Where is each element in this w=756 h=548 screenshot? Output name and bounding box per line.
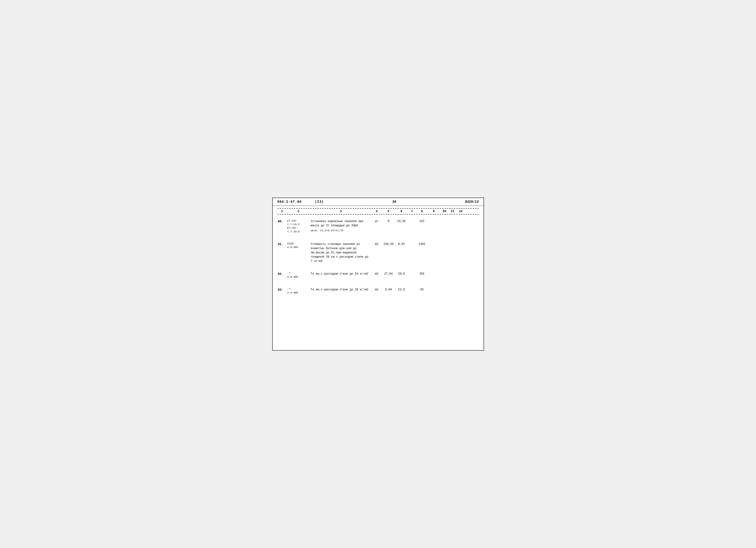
row-code-82: -"- п.8-366 xyxy=(287,272,310,279)
row-col6-81: 9,9I xyxy=(395,242,408,246)
col-header-1: 1 xyxy=(277,209,287,213)
header-center: 29 xyxy=(392,200,396,204)
row-unit-82: м2 xyxy=(372,272,382,276)
row-desc-80: Установка карнизных панелей при массе до… xyxy=(310,219,372,233)
column-headers: 1 2 3 4 5 6 7 8 9 IO II I2 xyxy=(277,208,479,214)
row-col5-82: 27,84 xyxy=(382,272,395,276)
row-code-83: -"- п.8-368 xyxy=(287,288,310,295)
data-rows: 80. E7-247 т.7-I4-I E7-257 т.7-I4-6 Уста… xyxy=(277,217,479,297)
row-col8-81: I39I xyxy=(416,242,428,246)
document-page: 904-I-67.86 (I3) 29 9329/13 1 2 3 4 5 6 … xyxy=(272,197,484,351)
table-row: 83. -"- п.8-368 То же,с расходом стали д… xyxy=(277,286,479,297)
row-col8-83: 65 xyxy=(416,288,428,292)
row-col5-80: 9 xyxy=(382,219,395,223)
row-col6-83: I2,9 xyxy=(395,288,408,292)
col-header-12: I2 xyxy=(456,209,466,213)
col-header-3: 3 xyxy=(310,209,372,213)
col-header-6: 6 xyxy=(395,209,408,213)
page-content: 1 2 3 4 5 6 7 8 9 IO II I2 80. E7-247 т.… xyxy=(273,206,484,302)
row-col6-82: IO,8 xyxy=(395,272,408,276)
row-num-80: 80. xyxy=(277,219,287,224)
row-code-81: CCIM п.8-365 xyxy=(287,242,310,249)
row-col8-82: 30I xyxy=(416,272,428,276)
page-header: 904-I-67.86 (I3) 29 9329/13 xyxy=(273,198,484,206)
col-header-9: 9 xyxy=(428,209,440,213)
row-price-note-80: Цена: I6,3+8,25=24,55 xyxy=(311,229,371,233)
row-col6-80: 24,55 xyxy=(395,219,408,223)
row-col8-80: 22I xyxy=(416,219,428,223)
row-unit-83: м2 xyxy=(372,288,382,292)
row-unit-80: шт xyxy=(372,219,382,223)
row-desc-83: То же,с расходом стали до 20 кг/м2 xyxy=(310,288,372,292)
header-left: 904-I-67.86 (I3) xyxy=(277,200,324,204)
row-num-83: 83. xyxy=(277,288,287,292)
doc-sub: (I3) xyxy=(315,200,324,204)
row-num-82: 82. xyxy=(277,272,287,277)
row-code-80: E7-247 т.7-I4-I E7-257 т.7-I4-6 xyxy=(287,219,310,234)
col-header-10: IO xyxy=(440,209,449,213)
row-desc-82: То же,с расходом стали до IO кг/м2 xyxy=(310,272,372,276)
col-header-7: 7 xyxy=(408,209,416,213)
row-desc-81: Стоимость стеновых панелей из ячеистых б… xyxy=(310,242,372,263)
table-row: 82. -"- п.8-366 То же,с расходом стали д… xyxy=(277,270,479,281)
col-header-11: II xyxy=(449,209,456,213)
col-header-8: 8 xyxy=(416,209,428,213)
col-header-5: 5 xyxy=(382,209,395,213)
row-num-81: 8I. xyxy=(277,242,287,247)
table-row: 8I. CCIM п.8-365 Стоимость стеновых пане… xyxy=(277,240,479,265)
row-unit-81: м2 xyxy=(372,242,382,246)
row-col5-83: 5,04 xyxy=(382,288,395,292)
table-row: 80. E7-247 т.7-I4-I E7-257 т.7-I4-6 Уста… xyxy=(277,217,479,236)
row-col5-81: I40,36 xyxy=(382,242,395,246)
header-right: 9329/13 xyxy=(465,200,479,204)
col-header-2: 2 xyxy=(287,209,310,213)
col-header-4: 4 xyxy=(372,209,382,213)
doc-number: 904-I-67.86 xyxy=(277,200,302,204)
